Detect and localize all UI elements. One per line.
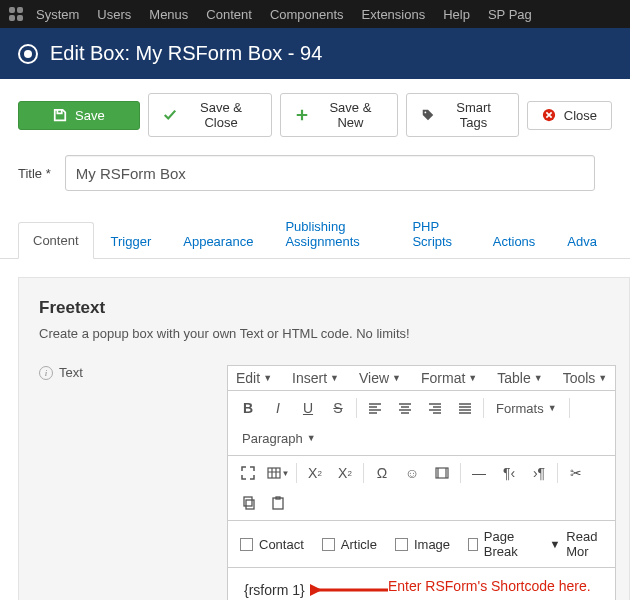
annotation: Enter RSForm's Shortcode here. Remember … [388,576,615,600]
admin-menu-extensions[interactable]: Extensions [362,7,426,22]
close-label: Close [564,108,597,123]
read-more-button[interactable]: ▼Read Mor [545,527,607,561]
editor-menu-edit[interactable]: Edit▼ [236,370,272,386]
paragraph-dropdown[interactable]: Paragraph▼ [234,425,324,451]
svg-rect-0 [9,7,15,13]
title-input[interactable] [65,155,595,191]
joomla-logo-icon [8,6,24,22]
image-button[interactable]: Image [391,535,454,554]
square-icon [240,538,253,551]
save-new-button[interactable]: Save & New [280,93,398,137]
save-icon [53,108,67,122]
tabs: Content Trigger Appearance Publishing As… [0,207,630,259]
tab-trigger[interactable]: Trigger [96,223,167,259]
text-field-block: i Text Edit▼ Insert▼ View▼ Format▼ Table… [39,365,609,600]
smart-tags-button[interactable]: Smart Tags [406,93,518,137]
cut-icon[interactable]: ✂ [562,460,590,486]
editor-menu-view[interactable]: View▼ [359,370,401,386]
strikethrough-icon[interactable]: S [324,395,352,421]
admin-menu-content[interactable]: Content [206,7,252,22]
copy-icon[interactable] [234,490,262,516]
editor-menubar: Edit▼ Insert▼ View▼ Format▼ Table▼ Tools… [228,366,615,391]
svg-rect-8 [244,497,252,506]
shortcode-text: {rsform 1} [244,582,305,598]
svg-point-4 [425,112,427,114]
subscript-icon[interactable]: X2 [301,460,329,486]
content-panel: Freetext Create a popup box with your ow… [18,277,630,600]
paste-icon[interactable] [264,490,292,516]
editor-toolbar-2: ▼ X2 X2 Ω ☺ — ¶‹ ›¶ ✂ [228,456,615,521]
admin-menu-help[interactable]: Help [443,7,470,22]
hr-icon[interactable]: — [465,460,493,486]
tab-content[interactable]: Content [18,222,94,259]
title-label: Title * [18,166,51,181]
svg-rect-1 [17,7,23,13]
save-close-button[interactable]: Save & Close [148,93,273,137]
admin-menu-menus[interactable]: Menus [149,7,188,22]
editor-toolbar-3: Contact Article Image Page Break ▼Read M… [228,521,615,568]
tab-appearance[interactable]: Appearance [168,223,268,259]
admin-menu-bar: System Users Menus Content Components Ex… [0,0,630,28]
svg-rect-2 [9,15,15,21]
svg-rect-6 [268,468,280,478]
align-right-icon[interactable] [421,395,449,421]
editor-menu-tools[interactable]: Tools▼ [563,370,608,386]
close-icon [542,108,556,122]
plus-icon [295,108,309,122]
italic-icon[interactable]: I [264,395,292,421]
separator [569,398,570,418]
square-icon [395,538,408,551]
editor-menu-insert[interactable]: Insert▼ [292,370,339,386]
ltr-icon[interactable]: ¶‹ [495,460,523,486]
editor-menu-table[interactable]: Table▼ [497,370,542,386]
target-icon [18,44,38,64]
align-center-icon[interactable] [391,395,419,421]
title-field-row: Title * [0,151,630,207]
save-button[interactable]: Save [18,101,140,130]
table-icon[interactable]: ▼ [264,460,292,486]
panel-description: Create a popup box with your own Text or… [39,326,609,341]
tab-php-scripts[interactable]: PHP Scripts [397,208,475,259]
tab-publishing[interactable]: Publishing Assignments [270,208,395,259]
page-break-button[interactable]: Page Break [464,527,535,561]
editor-menu-format[interactable]: Format▼ [421,370,477,386]
separator [363,463,364,483]
smart-tags-label: Smart Tags [443,100,503,130]
toolbar: Save Save & Close Save & New Smart Tags … [0,79,630,151]
panel-heading: Freetext [39,298,609,318]
special-char-icon[interactable]: Ω [368,460,396,486]
superscript-icon[interactable]: X2 [331,460,359,486]
media-icon[interactable] [428,460,456,486]
svg-rect-3 [17,15,23,21]
arrow-annotation-icon [310,582,390,598]
fullscreen-icon[interactable] [234,460,262,486]
editor-toolbar-1: B I U S Formats▼ Paragraph▼ [228,391,615,456]
tag-icon [421,108,435,122]
tab-advanced[interactable]: Adva [552,223,612,259]
close-button[interactable]: Close [527,101,612,130]
square-icon [468,538,478,551]
admin-menu-sppage[interactable]: SP Pag [488,7,532,22]
rich-text-editor: Edit▼ Insert▼ View▼ Format▼ Table▼ Tools… [227,365,616,600]
article-button[interactable]: Article [318,535,381,554]
formats-dropdown[interactable]: Formats▼ [488,395,565,421]
contact-button[interactable]: Contact [236,535,308,554]
emoji-icon[interactable]: ☺ [398,460,426,486]
square-icon [322,538,335,551]
save-new-label: Save & New [317,100,383,130]
align-left-icon[interactable] [361,395,389,421]
rtl-icon[interactable]: ›¶ [525,460,553,486]
save-close-label: Save & Close [185,100,258,130]
separator [356,398,357,418]
separator [483,398,484,418]
admin-menu-users[interactable]: Users [97,7,131,22]
editor-body[interactable]: {rsform 1} Enter RSForm's Shortcode here… [228,568,615,600]
bold-icon[interactable]: B [234,395,262,421]
underline-icon[interactable]: U [294,395,322,421]
align-justify-icon[interactable] [451,395,479,421]
admin-menu-components[interactable]: Components [270,7,344,22]
tab-actions[interactable]: Actions [478,223,551,259]
svg-rect-9 [246,500,254,509]
admin-menu-system[interactable]: System [36,7,79,22]
text-label: Text [59,365,83,380]
